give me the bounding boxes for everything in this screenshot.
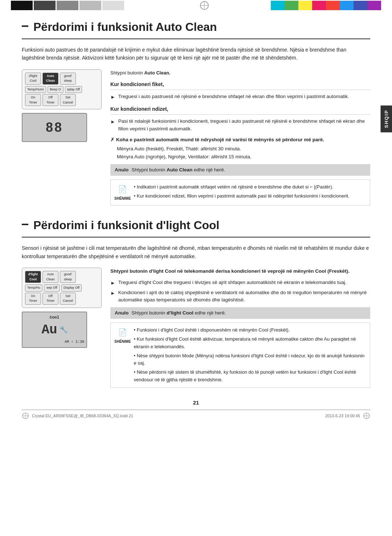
color-bar-darkblue xyxy=(354,1,367,10)
color-bar-blue xyxy=(340,1,354,10)
section2-right-col: Shtypni butonin d'light Cool në telekoma… xyxy=(110,268,370,388)
remote-btn-off-timer: OffTimer xyxy=(42,94,58,106)
cross-note-details: Mënyra Auto (freskët), Freskët, Thatë: a… xyxy=(110,145,370,161)
remote-btn-display-off: splay Off xyxy=(65,86,82,93)
remote-btn-off-2: OffTimer xyxy=(42,293,58,305)
shenime-icon-2: 📄 SHËNIME xyxy=(114,326,131,384)
remote-btn-temp-2: Temp/Hu xyxy=(25,284,42,292)
anulo-text-2: Shtypni butonin d'light Cool edhe një he… xyxy=(131,309,226,317)
section2-description: Sensori i njësisë së jashtme i cili mat … xyxy=(22,244,370,260)
remote-btn-display-2: Display Off xyxy=(61,284,82,292)
bottom-filename: Crystal EU_AR09FSSE@_IB_DB68-03364A_SQ.i… xyxy=(32,413,133,419)
section1-title: Përdorimi i funksionit Auto Clean xyxy=(22,18,370,39)
color-bar-purple xyxy=(367,1,381,10)
section2: Përdorimi i funksionit d'light Cool Sens… xyxy=(22,216,370,387)
color-bar-cyan xyxy=(271,1,285,10)
remote-btn-eep-2: eep Off xyxy=(44,284,60,292)
cool-au-display: Cool Au 🔧 AM ‹ 1:30 xyxy=(22,312,87,348)
remote-btn-auto-2: AutoClean xyxy=(42,271,58,283)
anulo-label-2: Anulo xyxy=(115,309,128,317)
remote-btn-temp-humi: Temp/Humi xyxy=(25,86,46,93)
remote-btn-dlight: d'lightCool xyxy=(25,73,41,85)
section1-right-col: Shtypni butonin Auto Clean. Kur kondicio… xyxy=(110,69,370,206)
sub2-heading: Kur kondicioneri ndizet, xyxy=(110,105,370,115)
color-block-gray xyxy=(57,1,78,10)
cool-label: Cool xyxy=(25,314,84,321)
anulo-label-1: Anulo xyxy=(115,166,128,174)
shenime-box-2: 📄 SHËNIME • Funksioni i d'light Cool ësh… xyxy=(110,322,370,388)
shenime-box-1: 📄 SHËNIME • Indikatori i pastrimit autom… xyxy=(110,179,370,206)
remote-btn-cancel-2: SetCancel xyxy=(60,293,76,305)
remote-btn-good-sleep: good'sleep xyxy=(60,73,76,85)
bullet-arrow-1: ► xyxy=(110,93,115,101)
section1-left-col: d'lightCool AutoClean good'sleep Temp/Hu… xyxy=(22,69,102,206)
shenime-icon-1: 📄 SHËNIME xyxy=(114,183,131,202)
color-bar-magenta xyxy=(312,1,326,10)
color-block-black xyxy=(11,1,33,10)
remote-btn-on-timer: OnTimer xyxy=(25,94,41,106)
bullet-arrow-4: ► xyxy=(110,289,115,304)
cross-note: ✗ Koha e pastrimit automatik mund të ndr… xyxy=(110,136,370,143)
section2-left-col: d'lightCool AutoClean good'sleep Temp/Hu… xyxy=(22,268,102,388)
section2-title: Përdorimi i funksionit d'light Cool xyxy=(22,216,370,237)
color-block-dark-gray xyxy=(34,1,56,10)
color-block-light-gray xyxy=(79,1,101,10)
section1: Përdorimi i funksionit Auto Clean Funksi… xyxy=(22,18,370,206)
shenime-content-1: • Indikatori i pastrimit automatik shfaq… xyxy=(134,183,350,202)
sub2-bullet: ► Pasi të ndalojë funksionimi i kondicio… xyxy=(110,118,370,133)
anulo-text-1: Shtypni butonin Auto Clean edhe një herë… xyxy=(131,166,225,174)
color-block-lighter-gray xyxy=(102,1,124,10)
shenime-content-2: • Funksioni i d'light Cool është i dispo… xyxy=(134,326,366,384)
remote-btn-on-2: OnTimer xyxy=(25,293,41,305)
sub1-heading: Kur kondicioneri fiket, xyxy=(110,81,370,90)
remote-control-2: d'lightCool AutoClean good'sleep Temp/Hu… xyxy=(22,268,102,308)
section2-bullet2: ► Kondicioneri i ajrit do të caktoj shpe… xyxy=(110,289,370,304)
remote-control-1: d'lightCool AutoClean good'sleep Temp/Hu… xyxy=(22,69,102,110)
page-number: 21 xyxy=(22,399,370,407)
cool-sub-icon: 🔧 xyxy=(60,325,68,335)
anulo-box-1: Anulo Shtypni butonin Auto Clean edhe nj… xyxy=(110,164,370,176)
section2-bullet1: ► Treguesi d'light Cool dhe treguesi i l… xyxy=(110,279,370,287)
cool-au-text: Au xyxy=(41,320,57,340)
bottom-timestamp: 2013-5-23 19:00:45 xyxy=(325,413,360,419)
remote-btn-beep: Beep O xyxy=(48,86,64,93)
display-box-1: 88 xyxy=(22,113,87,142)
compass-icon xyxy=(200,1,209,10)
color-bar-yellow xyxy=(298,1,312,10)
sub1-bullet: ► Treguesi i auto pastruesit në njësinë … xyxy=(110,93,370,101)
sidebar-tab: SHQIP xyxy=(381,105,392,132)
bullet-arrow-3: ► xyxy=(110,279,115,287)
section1-description: Funksioni auto pastrues do të parandaloj… xyxy=(22,46,370,62)
cool-time: AM ‹ 1:30 xyxy=(25,339,84,345)
bottom-compass-left xyxy=(22,412,29,419)
section2-instruction-title: Shtypni butonin d'light Cool në telekoma… xyxy=(110,268,370,275)
remote-btn-dlight-2: d'lightCool xyxy=(25,271,41,283)
bottom-compass-right xyxy=(363,412,370,419)
remote-btn-auto-clean: AutoClean xyxy=(42,73,58,85)
color-bar-red xyxy=(326,1,340,10)
bottom-bar: Crystal EU_AR09FSSE@_IB_DB68-03364A_SQ.i… xyxy=(22,410,370,419)
remote-btn-sleep-2: good'sleep xyxy=(60,271,76,283)
bullet-arrow-2: ► xyxy=(110,118,115,133)
instruction-label-1: Shtypni butonin Auto Clean. xyxy=(110,69,370,77)
color-bar-green xyxy=(285,1,298,10)
anulo-box-2: Anulo Shtypni butonin d'light Cool edhe … xyxy=(110,307,370,319)
remote-btn-set-cancel: SetCancel xyxy=(60,94,76,106)
